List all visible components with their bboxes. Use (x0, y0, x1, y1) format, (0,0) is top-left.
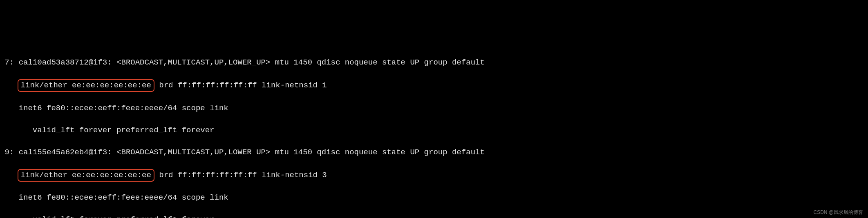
inet6-line: inet6 fe80::ecee:eeff:feee:eeee/64 scope… (0, 192, 868, 203)
interface-index: 7: (4, 58, 14, 67)
link-ether-line: link/ether ee:ee:ee:ee:ee:ee brd ff:ff:f… (0, 79, 868, 92)
interface-params: mtu 1450 qdisc noqueue state UP group de… (275, 58, 485, 67)
valid-lft-line: valid_lft forever preferred_lft forever (0, 125, 868, 136)
link-ether-line: link/ether ee:ee:ee:ee:ee:ee brd ff:ff:f… (0, 169, 868, 182)
broadcast-text: brd ff:ff:ff:ff:ff:ff link-netnsid 3 (159, 171, 327, 180)
inet6-text: inet6 fe80::ecee:eeff:feee:eeee/64 scope… (19, 104, 228, 113)
interface-header-line: 9: cali55e45a62eb4@if3: <BROADCAST,MULTI… (0, 147, 868, 158)
inet6-text: inet6 fe80::ecee:eeff:feee:eeee/64 scope… (19, 193, 228, 202)
valid-lft-text: valid_lft forever preferred_lft forever (33, 126, 215, 135)
interface-index: 9: (4, 148, 14, 157)
valid-lft-text: valid_lft forever preferred_lft forever (33, 215, 215, 218)
watermark-text: CSDN @凤求凰的博客 (813, 209, 863, 216)
terminal-output: 7: cali0ad53a38712@if3: <BROADCAST,MULTI… (0, 46, 868, 218)
interface-params: mtu 1450 qdisc noqueue state UP group de… (275, 148, 485, 157)
interface-header-line: 7: cali0ad53a38712@if3: <BROADCAST,MULTI… (0, 57, 868, 68)
interface-name: cali0ad53a38712@if3: (19, 58, 112, 67)
valid-lft-line: valid_lft forever preferred_lft forever (0, 214, 868, 218)
link-ether-highlight: link/ether ee:ee:ee:ee:ee:ee (18, 169, 154, 182)
broadcast-text: brd ff:ff:ff:ff:ff:ff link-netnsid 1 (159, 81, 327, 90)
link-ether-highlight: link/ether ee:ee:ee:ee:ee:ee (18, 79, 154, 92)
interface-flags: <BROADCAST,MULTICAST,UP,LOWER_UP> (116, 148, 270, 157)
interface-flags: <BROADCAST,MULTICAST,UP,LOWER_UP> (116, 58, 270, 67)
link-ether-text: link/ether ee:ee:ee:ee:ee:ee (21, 81, 151, 90)
interface-name: cali55e45a62eb4@if3: (19, 148, 112, 157)
inet6-line: inet6 fe80::ecee:eeff:feee:eeee/64 scope… (0, 103, 868, 114)
link-ether-text: link/ether ee:ee:ee:ee:ee:ee (21, 171, 151, 180)
